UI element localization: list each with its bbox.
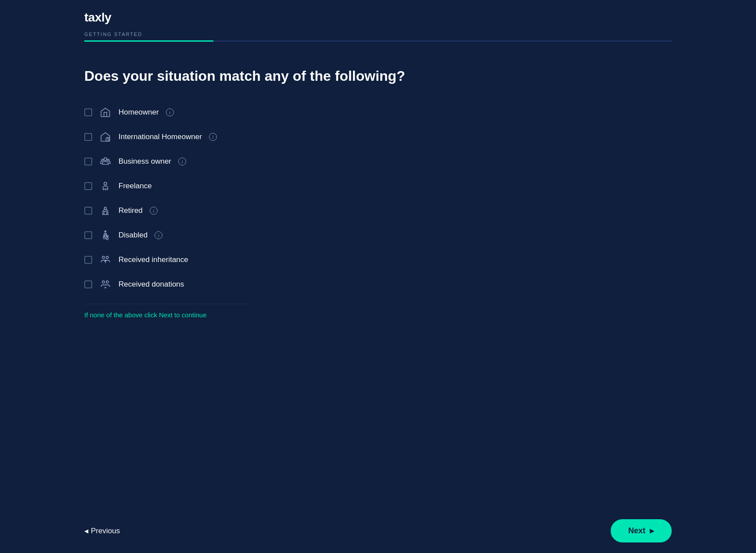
progress-bar [84,40,672,42]
progress-label: GETTING STARTED [84,32,672,37]
received-inheritance-checkbox[interactable] [84,256,92,264]
disabled-label: Disabled [119,231,148,240]
home-globe-icon [99,131,112,143]
svg-point-9 [104,231,106,232]
home-icon [99,106,112,118]
svg-point-1 [104,158,107,161]
progress-bar-fill [84,40,213,42]
options-list: Homeowner i International Homeowner i [84,100,672,297]
hint-text: If none of the above click Next to conti… [84,311,672,319]
footer: Previous Next [0,509,756,553]
retired-info-icon[interactable]: i [150,207,158,215]
retired-icon [99,205,112,217]
business-owner-label: Business owner [119,157,171,166]
main-content: Does your situation match any of the fol… [0,42,756,319]
svg-point-10 [106,237,108,240]
received-donations-checkbox[interactable] [84,280,92,288]
business-owner-info-icon[interactable]: i [178,158,186,165]
list-item[interactable]: Received inheritance [84,248,672,272]
app-logo: taxly [84,11,672,25]
received-inheritance-label: Received inheritance [119,255,188,264]
disabled-checkbox[interactable] [84,231,92,239]
international-homeowner-checkbox[interactable] [84,133,92,141]
business-owner-checkbox[interactable] [84,158,92,165]
freelance-label: Freelance [119,182,152,190]
list-item[interactable]: Received donations [84,272,672,297]
svg-point-13 [104,260,106,262]
previous-button[interactable]: Previous [84,527,120,535]
freelance-checkbox[interactable] [84,182,92,190]
svg-point-14 [102,281,104,283]
list-item[interactable]: International Homeowner i [84,125,672,149]
svg-point-4 [104,182,107,185]
list-item[interactable]: Business owner i [84,149,672,174]
donations-icon [99,278,112,291]
disabled-info-icon[interactable]: i [155,231,162,239]
retired-label: Retired [119,206,143,215]
question-title: Does your situation match any of the fol… [84,68,672,84]
homeowner-info-icon[interactable]: i [166,108,174,116]
header: taxly GETTING STARTED [0,0,756,42]
received-donations-label: Received donations [119,280,184,289]
homeowner-label: Homeowner [119,108,159,117]
list-item[interactable]: Freelance [84,174,672,198]
retired-checkbox[interactable] [84,207,92,215]
svg-point-11 [102,256,104,259]
freelance-icon [99,180,112,192]
next-button[interactable]: Next [611,519,672,542]
business-icon [99,155,112,168]
list-item[interactable]: Retired i [84,198,672,223]
homeowner-checkbox[interactable] [84,108,92,116]
inheritance-icon [99,254,112,266]
svg-point-15 [106,281,108,283]
list-item[interactable]: Homeowner i [84,100,672,125]
international-homeowner-info-icon[interactable]: i [209,133,217,141]
disabled-icon [99,229,112,241]
svg-point-12 [106,256,108,259]
international-homeowner-label: International Homeowner [119,133,202,141]
list-item[interactable]: Disabled i [84,223,672,248]
divider [84,304,251,304]
